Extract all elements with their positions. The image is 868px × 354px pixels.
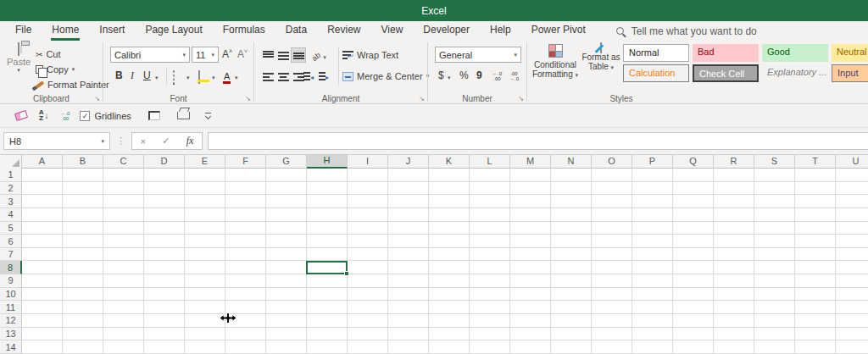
cell-Q8[interactable] [673,261,714,274]
tab-help[interactable]: Help [480,21,521,41]
cell-E3[interactable] [185,195,225,208]
cell-G13[interactable] [266,328,307,341]
column-header-Q[interactable]: Q [673,155,714,169]
cell-G2[interactable] [266,182,307,196]
cell-I10[interactable] [348,288,388,301]
cell-L7[interactable] [470,248,510,262]
cell-F13[interactable] [225,328,266,341]
cell-F8[interactable] [225,261,266,274]
cell-I14[interactable] [348,340,388,354]
cell-A2[interactable] [22,182,63,196]
bold-button[interactable]: B [115,69,123,81]
cell-P8[interactable] [632,261,673,274]
cell-U12[interactable] [836,314,868,328]
cell-U14[interactable] [836,340,868,354]
cell-style-input[interactable]: Input [832,64,868,82]
cell-L6[interactable] [470,235,510,248]
cell-E10[interactable] [185,288,225,301]
cell-style-neutral[interactable]: Neutral [832,44,868,62]
cell-O9[interactable] [592,274,632,288]
cell-D5[interactable] [144,222,185,235]
insert-function-button[interactable]: fx [186,135,194,147]
cell-O12[interactable] [592,314,632,328]
cell-K8[interactable] [429,261,470,274]
cell-L8[interactable] [470,261,510,274]
column-header-N[interactable]: N [551,155,592,169]
cell-A5[interactable] [22,222,63,235]
cell-J4[interactable] [388,208,429,222]
column-header-I[interactable]: I [348,155,388,169]
cell-N9[interactable] [551,274,592,288]
cell-I13[interactable] [348,328,388,341]
cell-F9[interactable] [225,274,266,288]
cell-F14[interactable] [225,340,266,354]
cell-M4[interactable] [510,208,551,222]
cell-E1[interactable] [185,169,225,182]
orientation-button[interactable]: ab ▾ [312,50,326,62]
cell-S11[interactable] [754,301,795,314]
cell-U13[interactable] [836,328,868,341]
align-bottom-button[interactable] [291,47,306,63]
cell-J6[interactable] [388,235,429,248]
enter-button[interactable]: ✓ [162,136,170,147]
comma-style-button[interactable]: 9 [476,69,482,81]
cell-Q12[interactable] [673,314,714,328]
fill-color-button[interactable] [198,71,200,83]
cell-C5[interactable] [103,222,144,235]
tab-home[interactable]: Home [42,21,89,41]
tab-page-layout[interactable]: Page Layout [135,21,212,41]
cell-G11[interactable] [266,301,307,314]
cell-R14[interactable] [714,340,754,354]
cell-C7[interactable] [103,248,144,262]
cell-P14[interactable] [632,340,673,354]
cell-F12[interactable] [225,314,266,328]
cell-B9[interactable] [63,274,103,288]
cell-C12[interactable] [103,314,144,328]
cell-N12[interactable] [551,314,592,328]
cell-H10[interactable] [307,288,348,301]
cell-T11[interactable] [795,301,836,314]
cell-K9[interactable] [429,274,470,288]
cell-R1[interactable] [714,169,754,182]
cell-D1[interactable] [144,169,185,182]
paste-button[interactable]: Paste ▾ [3,43,34,74]
cell-U10[interactable] [836,288,868,301]
cell-U2[interactable] [836,182,868,196]
cell-T8[interactable] [795,261,836,274]
cell-N13[interactable] [551,328,592,341]
increase-decimal-button[interactable]: ←.0 .00 [492,71,502,81]
cell-D11[interactable] [144,301,185,314]
cell-P7[interactable] [632,248,673,262]
cell-F7[interactable] [225,248,266,262]
cell-B7[interactable] [63,248,103,262]
cell-P11[interactable] [632,301,673,314]
cell-S9[interactable] [754,274,795,288]
column-header-E[interactable]: E [185,155,225,169]
cell-A13[interactable] [22,328,63,341]
cell-B2[interactable] [63,182,103,196]
cell-C10[interactable] [103,288,144,301]
cell-L1[interactable] [470,169,510,182]
cell-A6[interactable] [22,235,63,248]
cell-P6[interactable] [632,235,673,248]
column-header-P[interactable]: P [632,155,673,169]
cell-R4[interactable] [714,208,754,222]
cell-O5[interactable] [592,222,632,235]
cancel-button[interactable]: × [141,136,146,147]
tab-insert[interactable]: Insert [89,21,135,41]
alignment-dialog-launcher[interactable]: ↘ [419,96,425,102]
cell-R10[interactable] [714,288,754,301]
cell-G10[interactable] [266,288,307,301]
cell-I7[interactable] [348,248,388,262]
cell-J14[interactable] [388,340,429,354]
more-commands-button[interactable] [205,113,211,119]
row-header-11[interactable]: 11 [0,301,22,314]
cell-A10[interactable] [22,288,63,301]
cell-I8[interactable] [348,261,388,274]
cell-C1[interactable] [103,169,144,182]
cell-H13[interactable] [307,328,348,341]
cell-Q13[interactable] [673,328,714,341]
cell-B5[interactable] [63,222,103,235]
cell-K14[interactable] [429,340,470,354]
conditional-formatting-button[interactable]: Conditional Formatting ▾ [531,43,580,80]
